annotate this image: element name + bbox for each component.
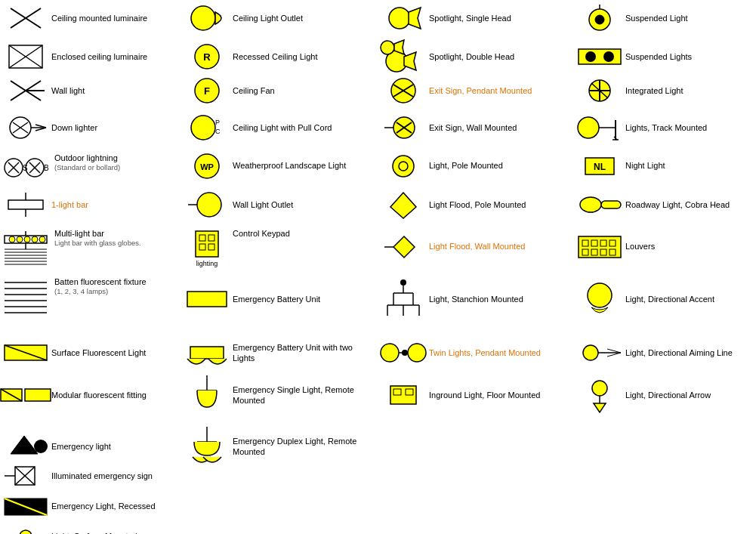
lights-track-mounted-label: Lights, Track Mounted: [622, 122, 707, 133]
recessed-ceiling-light-item: R Recessed Ceiling Light: [181, 38, 378, 76]
outdoor-lightning-label-block: Outdoor lightning (Standard or bollard): [48, 153, 120, 173]
suspended-light-symbol: [577, 5, 622, 32]
outdoor-lightning-item: S B Outdoor lightning (Standard or bolla…: [0, 148, 181, 184]
light-flood-pole-label: Light Flood, Pole Mounted: [426, 199, 526, 210]
ceiling-light-pull-cord-label: Ceiling Light with Pull Cord: [230, 122, 332, 133]
light-directional-arrow-label: Light, Directional Arrow: [622, 390, 711, 400]
svg-point-139: [34, 440, 48, 453]
weatherproof-landscape-label: Weatherproof Landscape Light: [230, 160, 346, 171]
svg-point-15: [585, 51, 596, 62]
1-light-bar-symbol: [3, 191, 48, 218]
emergency-light-recessed-symbol: [3, 492, 48, 520]
1-light-bar-label: 1-light bar: [48, 199, 88, 210]
modular-fluorescent-item: Modular fluorescent fitting: [0, 372, 181, 418]
svg-text:F: F: [204, 85, 210, 97]
svg-rect-118: [190, 347, 224, 359]
spotlight-single-head-label: Spotlight, Single Head: [426, 13, 511, 23]
roadway-light-cobra-item: Roadway Light, Cobra Head: [574, 187, 756, 222]
svg-point-123: [583, 345, 598, 360]
emergency-battery-two-item: Emergency Battery Unit with two Lights: [181, 331, 378, 375]
emergency-single-light-label: Emergency Single Light, Remote Mounted: [230, 384, 375, 406]
twin-lights-pendant-symbol: [381, 339, 426, 366]
batten-fluorescent-label: Batten fluorescent fixture: [51, 276, 147, 287]
wall-light-label: Wall light: [48, 85, 85, 96]
light-flood-pole-item: Light Flood, Pole Mounted: [378, 187, 574, 222]
multi-light-bar-item: Multi-light bar Light bar with glass glo…: [0, 224, 181, 270]
illuminated-emergency-item: Illuminated emergency sign: [0, 459, 181, 492]
outdoor-lightning-label: Outdoor lightning: [51, 153, 120, 163]
ceiling-light-pull-cord-symbol: P C: [184, 114, 230, 141]
exit-sign-pendant-symbol: [381, 77, 426, 104]
exit-sign-pendant-label: Exit Sign, Pendant Mounted: [426, 85, 532, 96]
svg-rect-67: [601, 201, 621, 208]
batten-fluorescent-item: Batten fluorescent fixture (1, 2, 3, 4 l…: [0, 272, 181, 326]
light-surface-mounted-item: Light, Surface Mounted: [0, 520, 181, 534]
svg-point-41: [578, 117, 599, 138]
suspended-lights-item: Suspended Lights: [574, 38, 756, 76]
svg-point-34: [191, 116, 215, 140]
svg-rect-96: [591, 249, 597, 255]
ceiling-mounted-luminaire-symbol: [3, 5, 48, 32]
light-flood-wall-label: Light Flood, Wall Mounted: [426, 241, 525, 252]
emergency-single-light-item: Emergency Single Light, Remote Mounted: [181, 372, 378, 418]
light-directional-aiming-item: Light, Directional Aiming Line: [574, 331, 756, 375]
svg-point-73: [32, 236, 38, 242]
modular-fluorescent-symbol: [3, 381, 48, 409]
emergency-light-label: Emergency light: [48, 441, 111, 452]
svg-point-64: [197, 193, 221, 217]
batten-fluorescent-label-block: Batten fluorescent fixture (1, 2, 3, 4 l…: [48, 276, 147, 297]
down-lighter-item: Down lighter: [0, 110, 181, 145]
light-stanchion-symbol: [381, 278, 426, 320]
twin-lights-pendant-item: Twin Lights, Pendant Mounted: [378, 331, 574, 375]
emergency-battery-label: Emergency Battery Unit: [230, 294, 320, 304]
night-light-label: Night Light: [622, 160, 665, 171]
spotlight-single-head-symbol: [381, 5, 426, 32]
emergency-battery-two-symbol: [184, 336, 230, 369]
svg-rect-128: [25, 389, 51, 401]
svg-point-13: [381, 41, 394, 54]
svg-point-16: [603, 51, 614, 62]
svg-point-119: [381, 344, 399, 362]
light-directional-aiming-symbol: [577, 341, 622, 364]
spotlight-double-head-label: Spotlight, Double Head: [426, 51, 514, 62]
svg-text:NL: NL: [594, 162, 606, 172]
ceiling-light-outlet-symbol: [184, 5, 230, 32]
emergency-battery-symbol: [184, 287, 230, 311]
wall-light-symbol: [3, 77, 48, 104]
light-directional-aiming-label: Light, Directional Aiming Line: [622, 347, 733, 358]
svg-point-135: [592, 381, 607, 396]
svg-point-2: [191, 6, 215, 30]
spotlight-double-head-symbol: [381, 40, 426, 73]
roadway-light-cobra-label: Roadway Light, Cobra Head: [622, 199, 730, 210]
light-pole-mounted-item: Light, Pole Mounted: [378, 148, 574, 184]
inground-light-label: Inground Light, Floor Mounted: [426, 390, 540, 400]
light-directional-accent-label: Light, Directional Accent: [622, 294, 714, 304]
svg-rect-95: [582, 249, 588, 255]
svg-marker-137: [594, 403, 606, 412]
suspended-light-label: Suspended Light: [622, 13, 688, 23]
svg-point-3: [389, 8, 410, 29]
svg-rect-105: [187, 292, 227, 307]
light-flood-pole-symbol: [381, 190, 426, 220]
lights-track-mounted-item: Lights, Track Mounted: [574, 110, 756, 145]
spotlight-single-head-item: Spotlight, Single Head: [378, 2, 574, 35]
svg-rect-97: [600, 249, 606, 255]
illuminated-emergency-symbol: [3, 462, 48, 489]
twin-lights-pendant-label: Twin Lights, Pendant Mounted: [426, 347, 541, 358]
roadway-light-cobra-symbol: [577, 193, 622, 216]
night-light-symbol: NL: [577, 155, 622, 177]
control-keypad-symbol: lighting: [184, 228, 230, 267]
spotlight-double-head-item: Spotlight, Double Head: [378, 38, 574, 76]
emergency-single-light-symbol: [184, 374, 230, 416]
svg-point-122: [408, 344, 426, 362]
light-directional-arrow-item: Light, Directional Arrow: [574, 372, 756, 418]
svg-marker-65: [390, 193, 416, 218]
wall-light-outlet-label: Wall Light Outlet: [230, 199, 293, 210]
ceiling-mounted-luminaire-item: Ceiling mounted luminaire: [0, 2, 181, 35]
emergency-duplex-label: Emergency Duplex Light, Remote Mounted: [230, 436, 375, 458]
ceiling-light-outlet-item: Ceiling Light Outlet: [181, 2, 378, 35]
light-surface-mounted-symbol: [3, 529, 48, 534]
svg-point-66: [580, 197, 601, 212]
illuminated-emergency-label: Illuminated emergency sign: [48, 471, 153, 481]
svg-text:C: C: [215, 128, 221, 135]
